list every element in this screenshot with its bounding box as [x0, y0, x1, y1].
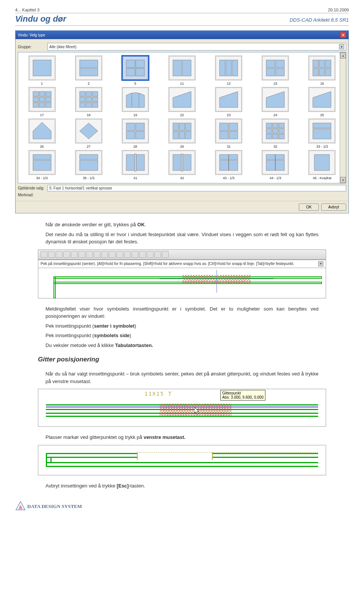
tool-icon[interactable]: [116, 251, 123, 258]
window-type-label: 16: [320, 82, 324, 85]
window-icon: [215, 118, 242, 144]
svg-rect-0: [33, 60, 51, 76]
svg-rect-25: [33, 97, 39, 102]
svg-rect-31: [80, 91, 85, 96]
window-type-item[interactable]: 2: [68, 55, 109, 85]
scroll-down-icon[interactable]: ▾: [340, 177, 346, 183]
window-icon: [75, 87, 102, 112]
svg-rect-6: [136, 68, 144, 76]
window-type-item[interactable]: 19: [115, 87, 156, 117]
svg-rect-23: [39, 91, 45, 96]
window-icon: [262, 87, 289, 112]
tool-icon[interactable]: [48, 251, 55, 258]
window-type-item[interactable]: 11: [161, 55, 202, 85]
window-type-item[interactable]: 16: [301, 55, 343, 85]
window-icon: [168, 55, 196, 80]
svg-rect-33: [92, 91, 98, 96]
window-type-item[interactable]: 41: [115, 150, 156, 180]
tool-icon[interactable]: [162, 251, 169, 258]
window-type-item[interactable]: 33 - 1/3: [301, 118, 343, 148]
window-type-item[interactable]: 27: [68, 118, 109, 148]
window-type-item[interactable]: 1: [21, 55, 63, 85]
tool-icon[interactable]: [78, 251, 85, 258]
window-type-item[interactable]: 18: [68, 87, 109, 117]
window-type-item[interactable]: 12: [208, 55, 249, 85]
window-icon: [262, 150, 289, 175]
svg-rect-29: [39, 103, 45, 107]
tool-icon[interactable]: [154, 251, 161, 258]
tool-icon[interactable]: [86, 251, 93, 258]
tool-icon[interactable]: [139, 251, 146, 258]
window-type-item[interactable]: 44 - 1/3: [255, 150, 296, 180]
window-type-item[interactable]: 35 - 1/3: [68, 150, 109, 180]
svg-marker-46: [33, 122, 51, 139]
window-type-item[interactable]: 31: [208, 118, 249, 148]
tool-icon[interactable]: [63, 251, 70, 258]
window-icon: [215, 87, 242, 112]
note-label: Merknad:: [18, 193, 44, 197]
tool-icon[interactable]: [124, 251, 131, 258]
current-selection-field: 5: Fast 1 horisontal/1 vertikal sprosse: [47, 185, 346, 191]
window-type-label: 26: [40, 145, 44, 148]
svg-rect-13: [276, 60, 284, 68]
scrollbar[interactable]: ▴ ▾: [340, 52, 346, 183]
svg-rect-20: [319, 68, 325, 76]
window-type-item[interactable]: 23: [208, 87, 249, 117]
svg-rect-30: [46, 103, 51, 107]
window-type-item[interactable]: 25: [301, 87, 343, 117]
para-2: Det neste du må ta stilling til er hvor …: [46, 231, 318, 246]
window-type-item[interactable]: 22: [161, 87, 202, 117]
ok-button[interactable]: OK: [299, 203, 318, 211]
svg-rect-76: [80, 160, 98, 170]
window-type-label: 23: [227, 113, 231, 117]
window-type-label: 34 - 1/3: [36, 176, 48, 180]
tool-icon[interactable]: [94, 251, 100, 258]
svg-rect-24: [46, 91, 51, 96]
window-type-item[interactable]: 17: [21, 87, 63, 117]
window-type-item[interactable]: 34 - 1/3: [21, 150, 63, 180]
window-type-label: 12: [227, 82, 231, 85]
window-type-label: 24: [273, 113, 277, 117]
svg-rect-80: [173, 155, 181, 170]
para-5: Plasser markør ved gitterpunktet og tryk…: [46, 434, 318, 441]
scroll-up-icon[interactable]: ▴: [340, 52, 346, 58]
svg-rect-89: [314, 155, 329, 170]
window-type-item[interactable]: 24: [255, 87, 296, 117]
window-type-item[interactable]: 32: [255, 118, 296, 148]
svg-rect-64: [279, 123, 285, 128]
svg-rect-66: [273, 129, 278, 134]
group-combo[interactable]: Alle (ikke filtrert) ▾: [47, 43, 346, 50]
svg-rect-49: [136, 123, 144, 131]
svg-marker-45: [313, 91, 331, 107]
tool-icon[interactable]: [41, 251, 47, 258]
tool-icon[interactable]: [71, 251, 78, 258]
window-type-item[interactable]: 15: [255, 55, 296, 85]
tool-icon[interactable]: [109, 251, 116, 258]
svg-rect-78: [136, 155, 144, 170]
window-type-item[interactable]: 29: [161, 118, 202, 148]
window-type-item[interactable]: 28: [115, 118, 156, 148]
window-type-item[interactable]: 45 - Kvadrat: [301, 150, 343, 180]
tool-icon[interactable]: [132, 251, 138, 258]
window-icon: [215, 150, 242, 175]
window-icon: [28, 55, 56, 80]
svg-rect-14: [266, 68, 275, 76]
window-type-item[interactable]: 26: [21, 118, 63, 148]
svg-rect-27: [46, 97, 51, 102]
close-icon[interactable]: ×: [340, 32, 346, 38]
svg-rect-51: [136, 131, 144, 139]
svg-rect-5: [126, 68, 135, 76]
tool-icon[interactable]: [56, 251, 63, 258]
command-line[interactable]: Pek på innsettingspunkt (senter). [Alt]=…: [38, 260, 326, 268]
tool-icon[interactable]: [147, 251, 154, 258]
window-type-item[interactable]: 5: [115, 55, 156, 85]
svg-rect-56: [179, 131, 185, 139]
dialog-titlebar: Vindu: Velg type ×: [16, 31, 348, 39]
window-gallery: 125111215161718192223242526272829313233 …: [18, 52, 346, 183]
window-type-item[interactable]: 43 - 1/3: [208, 150, 249, 180]
window-type-item[interactable]: 42: [161, 150, 202, 180]
window-icon: [122, 87, 149, 112]
svg-rect-60: [220, 131, 228, 139]
tool-icon[interactable]: [101, 251, 108, 258]
cancel-button[interactable]: Avbryt: [321, 203, 346, 211]
